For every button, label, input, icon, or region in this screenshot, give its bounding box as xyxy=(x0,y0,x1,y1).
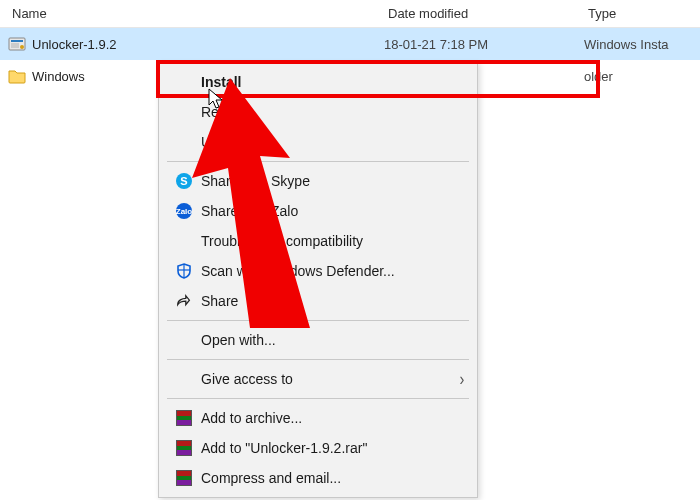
menu-compress-email[interactable]: Compress and email... xyxy=(159,463,477,493)
separator xyxy=(167,359,469,360)
blank-icon xyxy=(173,370,195,388)
menu-defender[interactable]: Scan with Windows Defender... xyxy=(159,256,477,286)
menu-troubleshoot[interactable]: Troubleshoot compatibility xyxy=(159,226,477,256)
blank-icon xyxy=(173,331,195,349)
winrar-icon xyxy=(173,439,195,457)
column-name[interactable]: Name xyxy=(8,6,388,21)
blank-icon xyxy=(173,103,195,121)
skype-icon: S xyxy=(173,172,195,190)
menu-share-zalo[interactable]: Zalo Share with Zalo xyxy=(159,196,477,226)
menu-open-with[interactable]: Open with... xyxy=(159,325,477,355)
menu-label: Compress and email... xyxy=(201,470,341,486)
menu-add-archive[interactable]: Add to archive... xyxy=(159,403,477,433)
menu-label: Uninstall xyxy=(201,134,255,150)
separator xyxy=(167,161,469,162)
menu-label: Troubleshoot compatibility xyxy=(201,233,363,249)
menu-share-skype[interactable]: S Share with Skype xyxy=(159,166,477,196)
file-type: older xyxy=(584,69,692,84)
context-menu: Install Repair Uninstall S Share with Sk… xyxy=(158,62,478,498)
menu-share[interactable]: Share xyxy=(159,286,477,316)
blank-icon xyxy=(173,73,195,91)
menu-uninstall[interactable]: Uninstall xyxy=(159,127,477,157)
svg-point-3 xyxy=(20,45,24,49)
menu-label: Repair xyxy=(201,104,242,120)
column-header: Name Date modified Type xyxy=(0,0,700,28)
defender-shield-icon xyxy=(173,262,195,280)
zalo-icon: Zalo xyxy=(173,202,195,220)
blank-icon xyxy=(173,133,195,151)
file-date: 18-01-21 7:18 PM xyxy=(384,37,584,52)
menu-label: Add to "Unlocker-1.9.2.rar" xyxy=(201,440,367,456)
menu-install[interactable]: Install xyxy=(159,67,477,97)
menu-label: Give access to xyxy=(201,371,293,387)
winrar-icon xyxy=(173,469,195,487)
file-type: Windows Insta xyxy=(584,37,692,52)
column-date[interactable]: Date modified xyxy=(388,6,588,21)
menu-label: Scan with Windows Defender... xyxy=(201,263,395,279)
svg-rect-2 xyxy=(11,43,19,48)
separator xyxy=(167,398,469,399)
file-name: Unlocker-1.9.2 xyxy=(32,37,384,52)
menu-add-rar[interactable]: Add to "Unlocker-1.9.2.rar" xyxy=(159,433,477,463)
svg-rect-1 xyxy=(11,40,23,42)
menu-label: Share with Skype xyxy=(201,173,310,189)
folder-icon xyxy=(8,67,26,85)
menu-label: Share xyxy=(201,293,238,309)
menu-give-access[interactable]: Give access to xyxy=(159,364,477,394)
menu-label: Share with Zalo xyxy=(201,203,298,219)
installer-icon xyxy=(8,35,26,53)
blank-icon xyxy=(173,232,195,250)
menu-label: Open with... xyxy=(201,332,276,348)
file-row-unlocker[interactable]: Unlocker-1.9.2 18-01-21 7:18 PM Windows … xyxy=(0,28,700,60)
menu-label: Install xyxy=(201,74,241,90)
winrar-icon xyxy=(173,409,195,427)
column-type[interactable]: Type xyxy=(588,6,692,21)
menu-label: Add to archive... xyxy=(201,410,302,426)
menu-repair[interactable]: Repair xyxy=(159,97,477,127)
separator xyxy=(167,320,469,321)
share-arrow-icon xyxy=(173,292,195,310)
